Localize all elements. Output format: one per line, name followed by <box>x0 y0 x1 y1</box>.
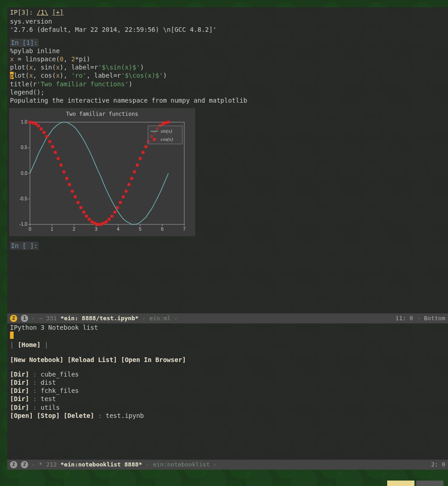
svg-text:2: 2 <box>73 227 75 232</box>
svg-text:0.5: 0.5 <box>21 145 27 150</box>
svg-point-29 <box>34 122 37 125</box>
svg-point-54 <box>105 220 108 223</box>
svg-point-38 <box>59 164 63 167</box>
tab-add[interactable]: [+] <box>52 9 64 16</box>
new-notebook-button[interactable]: [New Notebook] <box>10 356 64 363</box>
dir-link[interactable]: [Dir] <box>10 371 29 378</box>
svg-point-61 <box>124 189 128 193</box>
svg-point-41 <box>68 183 71 186</box>
dir-link[interactable]: [Dir] <box>10 404 29 411</box>
svg-point-57 <box>113 210 117 213</box>
svg-point-67 <box>142 151 145 154</box>
svg-point-27 <box>29 120 32 124</box>
svg-point-36 <box>54 151 57 154</box>
cell1-output-text: Populating the interactive namespace fro… <box>7 96 448 104</box>
svg-text:5: 5 <box>139 227 142 232</box>
svg-point-33 <box>45 135 49 138</box>
svg-text:3: 3 <box>95 227 98 232</box>
chart-title: Two familiar functions <box>12 111 192 118</box>
dir-name: test <box>40 395 56 402</box>
svg-point-46 <box>82 210 85 213</box>
svg-text:-1.0: -1.0 <box>20 222 28 227</box>
svg-point-55 <box>108 218 111 221</box>
svg-point-50 <box>94 222 97 225</box>
cell1-prompt: In [1]: <box>10 39 39 47</box>
taskbar-item[interactable] <box>416 481 443 486</box>
svg-point-34 <box>48 140 51 143</box>
svg-point-45 <box>79 206 83 209</box>
svg-text:0.0: 0.0 <box>21 170 27 175</box>
svg-point-44 <box>76 201 79 204</box>
svg-point-53 <box>102 222 105 225</box>
modeline-bottom: 2 2 ▸ * 212 *ein:notebooklist 8888* ▸ ei… <box>7 460 448 470</box>
svg-point-68 <box>144 145 148 148</box>
svg-point-80 <box>153 138 156 141</box>
file-delete-button[interactable]: [Delete] <box>64 412 94 419</box>
home-link[interactable]: [Home] <box>18 341 41 348</box>
buffer-name-bottom: *ein:notebooklist 8888* <box>60 461 142 469</box>
svg-text:4: 4 <box>117 227 120 232</box>
cell0-code[interactable]: sys.version <box>10 17 445 25</box>
svg-text:cos(x): cos(x) <box>161 136 173 142</box>
tabbar-prefix: IP[3]: <box>10 9 33 16</box>
file-stop-button[interactable]: [Stop] <box>37 412 60 419</box>
svg-point-39 <box>62 170 65 173</box>
workspace-badge: 2 <box>10 315 17 322</box>
tabbar: IP[3]: /1\ [+] <box>7 7 448 17</box>
dir-link[interactable]: [Dir] <box>10 395 29 402</box>
dir-name: cube_files <box>40 371 79 378</box>
svg-point-65 <box>136 164 139 167</box>
buffer-name: *ein: 8888/test.ipynb* <box>60 315 138 322</box>
svg-point-76 <box>167 120 170 124</box>
svg-text:sin(x): sin(x) <box>161 128 172 134</box>
cell0-output: '2.7.6 (default, Mar 22 2014, 22:59:56) … <box>10 25 445 34</box>
svg-point-35 <box>51 145 54 148</box>
modeline-top: 2 1 ▸ – 331 *ein: 8888/test.ipynb* ▸ ein… <box>7 313 448 323</box>
svg-point-42 <box>71 189 74 193</box>
svg-text:6: 6 <box>161 227 164 232</box>
svg-point-40 <box>65 177 69 180</box>
editor-pane-bottom[interactable]: IPython 3 Notebook list | [Home] | [New … <box>7 323 448 460</box>
notebooklist-title: IPython 3 Notebook list <box>10 323 445 332</box>
dir-name: utils <box>40 404 59 411</box>
tab-current[interactable]: /1\ <box>37 9 48 16</box>
svg-text:0: 0 <box>29 227 31 232</box>
svg-point-28 <box>31 121 34 124</box>
cursor-position: 11: 0 <box>395 315 413 322</box>
svg-point-64 <box>133 170 136 173</box>
file-open-button[interactable]: [Open] <box>10 412 33 419</box>
svg-point-30 <box>37 124 40 127</box>
svg-point-43 <box>74 195 77 198</box>
reload-list-button[interactable]: [Reload List] <box>67 356 117 363</box>
cursor <box>10 332 14 339</box>
taskbar <box>387 481 443 486</box>
dir-name: dist <box>40 379 56 386</box>
taskbar-item[interactable] <box>387 481 414 486</box>
svg-point-59 <box>119 201 122 204</box>
svg-point-62 <box>128 183 131 186</box>
svg-text:-0.5: -0.5 <box>20 196 28 201</box>
svg-point-51 <box>96 223 99 226</box>
svg-point-66 <box>138 157 142 160</box>
svg-point-75 <box>164 121 167 124</box>
svg-point-48 <box>88 218 91 221</box>
svg-point-37 <box>57 157 60 160</box>
svg-point-56 <box>110 214 113 218</box>
svg-point-49 <box>90 220 94 223</box>
major-mode: ein:ml <box>149 315 171 322</box>
cell1-code[interactable]: %pylab inline x = linspace(0, 2*pi) plot… <box>7 47 448 96</box>
svg-text:7: 7 <box>183 227 186 232</box>
file-name: test.ipynb <box>106 412 144 419</box>
svg-point-47 <box>85 214 88 218</box>
svg-point-58 <box>116 206 119 209</box>
svg-point-31 <box>39 127 43 130</box>
chart: Two familiar functions 01234567-1.0-0.50… <box>9 108 195 236</box>
dir-link[interactable]: [Dir] <box>10 379 29 386</box>
dir-link[interactable]: [Dir] <box>10 387 29 394</box>
cell2-prompt: In [ ]: <box>10 242 39 250</box>
editor-pane-top[interactable]: IP[3]: /1\ [+] sys.version '2.7.6 (defau… <box>7 7 448 313</box>
open-in-browser-button[interactable]: [Open In Browser] <box>121 356 186 363</box>
svg-text:1: 1 <box>51 227 54 232</box>
scroll-position: Bottom <box>424 315 445 322</box>
svg-point-60 <box>122 195 125 198</box>
